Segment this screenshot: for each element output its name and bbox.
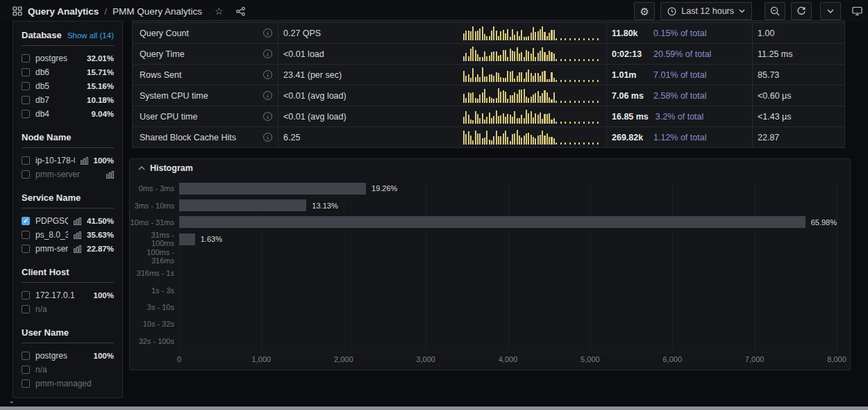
histogram-bar[interactable] — [179, 216, 806, 228]
filter-checkbox[interactable] — [22, 156, 30, 165]
percent-of-total-link[interactable]: 20.59% of total — [653, 49, 711, 59]
metric-row[interactable]: User CPU timei<0.01 (avg load)16.85 ms3.… — [133, 106, 844, 127]
filter-checkbox[interactable] — [22, 170, 30, 179]
star-icon[interactable]: ☆ — [215, 6, 224, 17]
filter-checkbox[interactable] — [22, 231, 30, 239]
filter-checkbox[interactable]: ✓ — [22, 217, 30, 225]
filter-item[interactable]: db49.04% — [22, 107, 114, 121]
filter-item[interactable]: postgres100% — [22, 349, 114, 363]
kiosk-mode-button[interactable] — [852, 6, 862, 16]
time-range-label: Last 12 hours — [681, 6, 734, 16]
filter-item[interactable]: 172.17.0.1100% — [22, 288, 114, 302]
metric-name-cell: Rows Senti — [133, 65, 278, 85]
filter-checkbox[interactable] — [22, 245, 30, 253]
metric-row[interactable]: Shared Block Cache Hitsi6.25269.82k1.12%… — [133, 127, 844, 148]
filter-checkbox[interactable] — [22, 110, 30, 118]
metric-value: 6.25 — [283, 133, 300, 142]
filter-item[interactable]: db515.16% — [22, 79, 114, 93]
x-axis-tick: 0 — [177, 355, 181, 363]
filter-checkbox[interactable] — [22, 291, 30, 300]
filter-item[interactable]: db710.18% — [22, 93, 114, 107]
histogram-row: 3ms - 10ms13.13% — [130, 197, 850, 213]
filter-checkbox[interactable] — [22, 352, 30, 360]
info-icon[interactable]: i — [263, 70, 272, 79]
refresh-button[interactable] — [791, 2, 812, 20]
filter-item[interactable]: postgres32.01% — [22, 51, 114, 65]
filter-checkbox[interactable] — [22, 82, 30, 90]
refresh-interval-dropdown[interactable] — [820, 2, 841, 20]
metric-extra: <1.43 µs — [758, 112, 792, 122]
bar-chart-icon[interactable] — [74, 245, 81, 253]
filter-label: postgres — [35, 54, 81, 63]
show-all-link[interactable]: Show all (14) — [67, 31, 114, 40]
x-axis-tick: 5,000 — [581, 355, 600, 363]
apps-grid-icon[interactable] — [12, 6, 22, 16]
filter-item[interactable]: ✓PDPGSQL_14...41.50% — [22, 214, 114, 228]
zoom-out-icon — [770, 6, 780, 16]
filter-item[interactable]: ps_8.0_3.144...35.63% — [22, 228, 114, 242]
filter-checkbox[interactable] — [22, 54, 30, 63]
histogram-bucket-label: 32s - 100s — [130, 337, 174, 345]
bar-chart-icon[interactable] — [74, 231, 81, 239]
histogram-bar-track: 65.98% — [179, 216, 837, 228]
filter-item[interactable]: db615.71% — [22, 65, 114, 79]
share-icon[interactable] — [236, 7, 245, 16]
metric-extra-cell: 22.87 — [753, 127, 844, 147]
info-icon[interactable]: i — [263, 28, 272, 38]
filter-item[interactable]: ip-10-178-0-1...100% — [22, 154, 114, 167]
histogram-row: 10ms - 31ms65.98% — [130, 214, 850, 231]
info-icon[interactable]: i — [263, 133, 272, 142]
x-axis-tick: 4,000 — [499, 355, 518, 363]
metric-stat: 7.06 ms — [612, 91, 646, 101]
filter-checkbox[interactable] — [22, 305, 30, 313]
histogram-header[interactable]: Histogram — [130, 159, 850, 177]
filter-label: PDPGSQL_14... — [35, 216, 68, 226]
bar-chart-icon[interactable] — [74, 218, 81, 225]
percent-of-total-link[interactable]: 1.12% of total — [653, 133, 706, 142]
scroll-down-chevron-icon[interactable]: ⌄ — [8, 396, 15, 405]
metric-row[interactable]: Rows Senti23.41 (per sec)1.01m7.01% of t… — [133, 65, 844, 85]
filter-item[interactable]: n/a — [22, 302, 114, 316]
metric-value: <0.01 load — [283, 49, 324, 59]
filter-percent: 22.87% — [87, 245, 114, 253]
filter-checkbox[interactable] — [22, 366, 30, 374]
filter-section: User Namepostgres100%n/apmm-managed — [22, 327, 114, 391]
horizontal-scrollbar[interactable] — [0, 407, 868, 410]
zoom-out-button[interactable] — [765, 2, 785, 20]
percent-of-total-link[interactable]: 2.58% of total — [653, 91, 706, 101]
histogram-bar[interactable] — [179, 199, 306, 211]
metric-row[interactable]: System CPU timei<0.01 (avg load)7.06 ms2… — [133, 85, 844, 106]
filter-checkbox[interactable] — [22, 68, 30, 76]
histogram-bar[interactable] — [179, 183, 366, 195]
bar-chart-icon[interactable] — [106, 171, 114, 179]
metrics-table: Query Counti0.27 QPS11.80k0.15% of total… — [132, 20, 845, 148]
metric-name-cell: System CPU timei — [133, 85, 278, 106]
dashboard-settings-button[interactable]: ⚙ — [634, 2, 655, 20]
chevron-up-icon — [138, 166, 145, 170]
metric-row[interactable]: Query Counti0.27 QPS11.80k0.15% of total… — [133, 23, 844, 44]
percent-of-total-link[interactable]: 7.01% of total — [653, 70, 706, 80]
filter-percent: 100% — [94, 352, 114, 360]
filter-item[interactable]: pmm-server-p...22.87% — [22, 242, 114, 256]
bar-chart-icon[interactable] — [81, 157, 88, 165]
histogram-title: Histogram — [150, 163, 193, 173]
metric-row[interactable]: Query Timei<0.01 load0:02:1320.59% of to… — [133, 44, 844, 65]
filter-checkbox[interactable] — [22, 96, 30, 104]
info-icon[interactable]: i — [263, 49, 272, 58]
breadcrumb-page[interactable]: PMM Query Analytics — [112, 6, 202, 17]
metric-value-cell: 0.27 QPS — [278, 23, 607, 43]
filter-item[interactable]: n/a — [22, 363, 114, 377]
histogram-bar-track: 1.63% — [179, 233, 837, 245]
histogram-bar[interactable] — [179, 233, 195, 245]
info-icon[interactable]: i — [263, 91, 272, 100]
filter-item[interactable]: pmm-managed — [22, 377, 114, 391]
time-range-picker[interactable]: Last 12 hours — [660, 2, 752, 20]
percent-of-total-link[interactable]: 3.2% of total — [656, 112, 704, 122]
percent-of-total-link[interactable]: 0.15% of total — [653, 28, 706, 38]
metric-name-cell: User CPU timei — [133, 106, 278, 126]
info-icon[interactable]: i — [263, 112, 272, 121]
filter-item[interactable]: pmm-server — [22, 167, 114, 181]
metric-value-cell: <0.01 (avg load) — [278, 106, 607, 126]
breadcrumb-section[interactable]: Query Analytics — [28, 6, 99, 17]
filter-checkbox[interactable] — [22, 379, 30, 388]
